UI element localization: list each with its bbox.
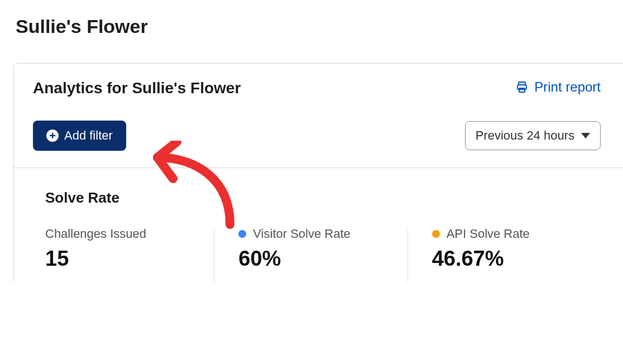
controls-row: + Add filter Previous 24 hours — [14, 97, 623, 168]
stats-row: Challenges Issued 15 Visitor Solve Rate … — [45, 227, 601, 282]
analytics-card: Analytics for Sullie's Flower Print repo… — [13, 63, 623, 282]
stat-challenges-issued: Challenges Issued 15 — [45, 227, 214, 282]
print-report-label: Print report — [534, 79, 601, 95]
stat-label-text: API Solve Rate — [447, 227, 530, 241]
stat-label: Visitor Solve Rate — [238, 227, 385, 241]
page-title: Sullie's Flower — [16, 16, 623, 37]
dot-icon — [432, 230, 440, 238]
solve-rate-section: Solve Rate Challenges Issued 15 Visitor … — [14, 168, 623, 282]
time-range-label: Previous 24 hours — [476, 128, 574, 143]
card-header: Analytics for Sullie's Flower Print repo… — [14, 79, 623, 97]
print-report-link[interactable]: Print report — [515, 79, 601, 95]
stat-value: 15 — [45, 247, 191, 271]
chevron-down-icon — [581, 133, 590, 138]
stat-api-solve-rate: API Solve Rate 46.67% — [408, 227, 601, 282]
print-icon — [515, 80, 529, 94]
time-range-dropdown[interactable]: Previous 24 hours — [465, 121, 601, 150]
solve-rate-heading: Solve Rate — [45, 189, 601, 207]
add-filter-label: Add filter — [64, 128, 113, 143]
stat-label: Challenges Issued — [45, 227, 191, 241]
stat-value: 46.67% — [432, 247, 578, 271]
add-filter-button[interactable]: + Add filter — [33, 121, 126, 151]
dot-icon — [238, 230, 246, 238]
stat-label-text: Visitor Solve Rate — [253, 227, 350, 241]
analytics-heading: Analytics for Sullie's Flower — [33, 79, 241, 97]
stat-label: API Solve Rate — [432, 227, 578, 241]
stat-value: 60% — [238, 247, 385, 271]
stat-label-text: Challenges Issued — [45, 227, 146, 241]
plus-circle-icon: + — [46, 130, 59, 142]
stat-visitor-solve-rate: Visitor Solve Rate 60% — [214, 227, 407, 282]
